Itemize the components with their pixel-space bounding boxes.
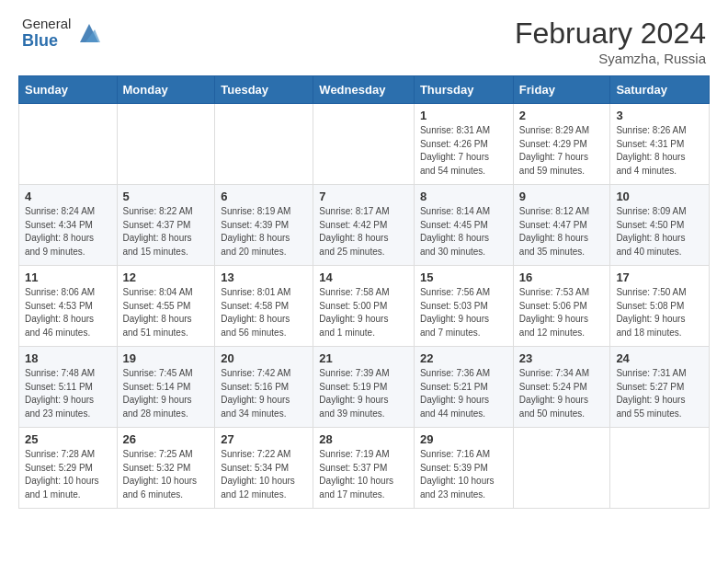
day-number: 10 [616, 190, 703, 203]
header-friday: Friday [513, 76, 610, 104]
table-row: 17Sunrise: 7:50 AM Sunset: 5:08 PM Dayli… [610, 266, 710, 347]
logo-icon [76, 20, 102, 46]
table-row: 19Sunrise: 7:45 AM Sunset: 5:14 PM Dayli… [117, 347, 215, 428]
table-row: 29Sunrise: 7:16 AM Sunset: 5:39 PM Dayli… [414, 428, 513, 509]
weekday-header-row: Sunday Monday Tuesday Wednesday Thursday… [19, 76, 710, 104]
calendar-week-row: 11Sunrise: 8:06 AM Sunset: 4:53 PM Dayli… [19, 266, 710, 347]
day-info: Sunrise: 8:04 AM Sunset: 4:55 PM Dayligh… [123, 286, 210, 339]
day-number: 1 [420, 109, 507, 122]
table-row: 25Sunrise: 7:28 AM Sunset: 5:29 PM Dayli… [19, 428, 118, 509]
day-info: Sunrise: 7:36 AM Sunset: 5:21 PM Dayligh… [420, 367, 507, 420]
day-number: 5 [123, 190, 210, 203]
day-info: Sunrise: 7:39 AM Sunset: 5:19 PM Dayligh… [319, 367, 408, 420]
table-row: 18Sunrise: 7:48 AM Sunset: 5:11 PM Dayli… [19, 347, 118, 428]
calendar-week-row: 25Sunrise: 7:28 AM Sunset: 5:29 PM Dayli… [19, 428, 710, 509]
day-info: Sunrise: 8:14 AM Sunset: 4:45 PM Dayligh… [420, 205, 507, 259]
table-row [19, 104, 118, 185]
table-row: 21Sunrise: 7:39 AM Sunset: 5:19 PM Dayli… [313, 347, 415, 428]
calendar-week-row: 4Sunrise: 8:24 AM Sunset: 4:34 PM Daylig… [19, 185, 710, 266]
day-info: Sunrise: 7:34 AM Sunset: 5:24 PM Dayligh… [519, 367, 605, 420]
day-number: 20 [221, 351, 307, 365]
day-number: 17 [616, 270, 703, 284]
table-row: 1Sunrise: 8:31 AM Sunset: 4:26 PM Daylig… [414, 104, 513, 185]
logo: General Blue [22, 17, 102, 50]
table-row: 11Sunrise: 8:06 AM Sunset: 4:53 PM Dayli… [19, 266, 118, 347]
table-row: 2Sunrise: 8:29 AM Sunset: 4:29 PM Daylig… [513, 104, 610, 185]
header-tuesday: Tuesday [215, 76, 313, 104]
day-number: 6 [221, 190, 307, 203]
day-number: 12 [123, 270, 210, 284]
day-number: 4 [25, 190, 111, 203]
day-info: Sunrise: 8:17 AM Sunset: 4:42 PM Dayligh… [319, 205, 408, 259]
day-number: 21 [319, 351, 408, 365]
header-monday: Monday [117, 76, 215, 104]
day-info: Sunrise: 7:31 AM Sunset: 5:27 PM Dayligh… [616, 367, 703, 420]
table-row: 15Sunrise: 7:56 AM Sunset: 5:03 PM Dayli… [414, 266, 513, 347]
calendar-week-row: 1Sunrise: 8:31 AM Sunset: 4:26 PM Daylig… [19, 104, 710, 185]
day-info: Sunrise: 7:45 AM Sunset: 5:14 PM Dayligh… [123, 367, 210, 420]
table-row [513, 428, 610, 509]
day-number: 27 [221, 432, 307, 446]
day-number: 13 [221, 270, 307, 284]
table-row: 5Sunrise: 8:22 AM Sunset: 4:37 PM Daylig… [117, 185, 215, 266]
day-info: Sunrise: 7:16 AM Sunset: 5:39 PM Dayligh… [420, 448, 507, 501]
day-info: Sunrise: 8:01 AM Sunset: 4:58 PM Dayligh… [221, 286, 307, 339]
logo-blue-text: Blue [22, 32, 71, 51]
table-row: 16Sunrise: 7:53 AM Sunset: 5:06 PM Dayli… [513, 266, 610, 347]
day-number: 14 [319, 270, 408, 284]
day-info: Sunrise: 8:12 AM Sunset: 4:47 PM Dayligh… [519, 205, 605, 259]
day-info: Sunrise: 7:42 AM Sunset: 5:16 PM Dayligh… [221, 367, 307, 420]
header-saturday: Saturday [610, 76, 710, 104]
header-sunday: Sunday [19, 76, 118, 104]
day-info: Sunrise: 7:53 AM Sunset: 5:06 PM Dayligh… [519, 286, 605, 339]
day-number: 26 [123, 432, 210, 446]
day-number: 11 [25, 270, 111, 284]
table-row [215, 104, 313, 185]
day-info: Sunrise: 8:19 AM Sunset: 4:39 PM Dayligh… [221, 205, 307, 259]
day-number: 24 [616, 351, 703, 365]
table-row: 7Sunrise: 8:17 AM Sunset: 4:42 PM Daylig… [313, 185, 415, 266]
day-info: Sunrise: 8:31 AM Sunset: 4:26 PM Dayligh… [420, 124, 507, 178]
table-row: 3Sunrise: 8:26 AM Sunset: 4:31 PM Daylig… [610, 104, 710, 185]
day-number: 15 [420, 270, 507, 284]
day-info: Sunrise: 8:09 AM Sunset: 4:50 PM Dayligh… [616, 205, 703, 259]
day-info: Sunrise: 7:56 AM Sunset: 5:03 PM Dayligh… [420, 286, 507, 339]
calendar-wrapper: Sunday Monday Tuesday Wednesday Thursday… [0, 75, 728, 518]
day-info: Sunrise: 8:26 AM Sunset: 4:31 PM Dayligh… [616, 124, 703, 178]
day-info: Sunrise: 7:28 AM Sunset: 5:29 PM Dayligh… [25, 448, 111, 501]
calendar-week-row: 18Sunrise: 7:48 AM Sunset: 5:11 PM Dayli… [19, 347, 710, 428]
day-info: Sunrise: 8:06 AM Sunset: 4:53 PM Dayligh… [25, 286, 111, 339]
table-row: 23Sunrise: 7:34 AM Sunset: 5:24 PM Dayli… [513, 347, 610, 428]
table-row: 14Sunrise: 7:58 AM Sunset: 5:00 PM Dayli… [313, 266, 415, 347]
day-number: 19 [123, 351, 210, 365]
table-row [313, 104, 415, 185]
day-info: Sunrise: 7:25 AM Sunset: 5:32 PM Dayligh… [123, 448, 210, 501]
calendar-table: Sunday Monday Tuesday Wednesday Thursday… [18, 75, 710, 509]
table-row: 24Sunrise: 7:31 AM Sunset: 5:27 PM Dayli… [610, 347, 710, 428]
day-info: Sunrise: 7:58 AM Sunset: 5:00 PM Dayligh… [319, 286, 408, 339]
table-row: 27Sunrise: 7:22 AM Sunset: 5:34 PM Dayli… [215, 428, 313, 509]
header-wednesday: Wednesday [313, 76, 415, 104]
table-row: 13Sunrise: 8:01 AM Sunset: 4:58 PM Dayli… [215, 266, 313, 347]
table-row [117, 104, 215, 185]
day-number: 23 [519, 351, 605, 365]
table-row: 4Sunrise: 8:24 AM Sunset: 4:34 PM Daylig… [19, 185, 118, 266]
day-number: 3 [616, 109, 703, 122]
table-row: 22Sunrise: 7:36 AM Sunset: 5:21 PM Dayli… [414, 347, 513, 428]
day-info: Sunrise: 7:48 AM Sunset: 5:11 PM Dayligh… [25, 367, 111, 420]
table-row: 20Sunrise: 7:42 AM Sunset: 5:16 PM Dayli… [215, 347, 313, 428]
table-row: 12Sunrise: 8:04 AM Sunset: 4:55 PM Dayli… [117, 266, 215, 347]
day-info: Sunrise: 7:22 AM Sunset: 5:34 PM Dayligh… [221, 448, 307, 501]
table-row: 9Sunrise: 8:12 AM Sunset: 4:47 PM Daylig… [513, 185, 610, 266]
day-number: 7 [319, 190, 408, 203]
day-number: 8 [420, 190, 507, 203]
day-info: Sunrise: 8:22 AM Sunset: 4:37 PM Dayligh… [123, 205, 210, 259]
day-number: 18 [25, 351, 111, 365]
day-number: 2 [519, 109, 605, 122]
table-row: 26Sunrise: 7:25 AM Sunset: 5:32 PM Dayli… [117, 428, 215, 509]
page-header: General Blue February 2024 Syamzha, Russ… [0, 0, 728, 75]
day-info: Sunrise: 7:19 AM Sunset: 5:37 PM Dayligh… [319, 448, 408, 501]
table-row: 6Sunrise: 8:19 AM Sunset: 4:39 PM Daylig… [215, 185, 313, 266]
logo-general-text: General [22, 17, 71, 32]
header-thursday: Thursday [414, 76, 513, 104]
